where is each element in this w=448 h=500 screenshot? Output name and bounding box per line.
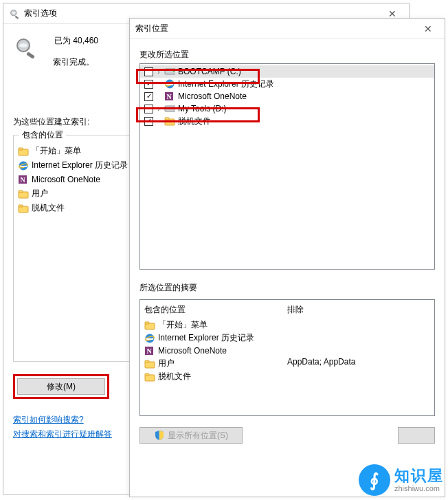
group-legend: 包含的位置 — [19, 129, 66, 141]
watermark-url: zhishiwu.com — [394, 484, 444, 492]
show-all-locations-button[interactable]: 显示所有位置(S) — [139, 427, 243, 444]
window-title-front: 索引位置 — [135, 23, 168, 34]
summary-label: 「开始」菜单 — [158, 319, 208, 331]
summary-item[interactable]: 「开始」菜单 — [144, 318, 287, 331]
index-locations-window: 索引位置 ✕ 更改所选位置 ›BOOTCAMP (C:)Internet Exp… — [129, 18, 445, 497]
summary-item[interactable]: 用户 — [144, 357, 287, 370]
folder-icon — [144, 371, 155, 382]
show-all-label: 显示所有位置(S) — [168, 430, 228, 442]
summary-label: 脱机文件 — [158, 371, 191, 382]
summary-excluded — [287, 331, 430, 343]
checkbox[interactable] — [144, 67, 153, 76]
folder-icon — [164, 116, 175, 127]
col-excluded-header: 排除 — [287, 303, 430, 318]
location-label: 用户 — [32, 188, 48, 199]
shield-icon — [154, 430, 165, 441]
expander-icon[interactable]: › — [155, 68, 163, 76]
truncated-button[interactable] — [398, 427, 435, 444]
window-title: 索引选项 — [24, 8, 57, 19]
location-label: Microsoft OneNote — [32, 175, 100, 184]
onenote-icon — [144, 345, 155, 356]
checkbox[interactable] — [144, 117, 153, 126]
tree-label: Microsoft OneNote — [178, 91, 247, 101]
summary-excluded — [287, 368, 430, 380]
locations-tree[interactable]: ›BOOTCAMP (C:)Internet Explorer 历史记录Micr… — [139, 63, 435, 270]
onenote-icon — [164, 91, 175, 102]
tree-row[interactable]: Internet Explorer 历史记录 — [140, 78, 434, 90]
summary-excluded: AppData; AppData — [287, 356, 430, 368]
folder-icon — [18, 146, 29, 157]
tree-row[interactable]: ›My Tools (D:) — [140, 102, 434, 115]
watermark-title: 知识屋 — [394, 468, 444, 484]
summary-label: 所选位置的摘要 — [139, 282, 435, 294]
checkbox[interactable] — [144, 105, 153, 113]
indexed-count: 已为 40,460 — [54, 35, 98, 47]
ie-icon — [144, 333, 155, 344]
summary-label: Microsoft OneNote — [158, 346, 227, 356]
tree-label: BOOTCAMP (C:) — [178, 67, 241, 76]
close-button-front[interactable]: ✕ — [414, 19, 442, 39]
watermark-icon: ∮ — [359, 464, 390, 496]
folder-icon — [144, 320, 155, 331]
tree-row[interactable]: Microsoft OneNote — [140, 90, 434, 102]
titlebar-front: 索引位置 ✕ — [130, 19, 445, 39]
onenote-icon — [18, 174, 29, 185]
checkbox[interactable] — [144, 92, 153, 101]
app-icon — [9, 8, 20, 19]
tree-label: Internet Explorer 历史记录 — [178, 78, 274, 90]
drive-icon — [164, 103, 175, 114]
index-status: 索引完成。 — [53, 56, 98, 68]
location-label: Internet Explorer 历史记录 — [32, 160, 128, 171]
tree-label: 脱机文件 — [178, 116, 211, 127]
col-included-header: 包含的位置 — [144, 303, 287, 318]
expander-icon[interactable]: › — [155, 105, 163, 113]
summary-label: 用户 — [158, 358, 175, 369]
tree-row[interactable]: ›BOOTCAMP (C:) — [140, 65, 434, 78]
folder-icon — [18, 188, 29, 199]
location-label: 脱机文件 — [32, 202, 65, 214]
tree-label: My Tools (D:) — [178, 104, 226, 113]
drive-icon — [164, 66, 175, 77]
summary-item[interactable]: Microsoft OneNote — [144, 345, 287, 357]
watermark: ∮ 知识屋 zhishiwu.com — [359, 464, 444, 496]
modify-button[interactable]: 修改(M) — [17, 378, 105, 395]
checkbox[interactable] — [144, 80, 153, 89]
magnifier-icon — [13, 35, 43, 61]
folder-icon — [144, 358, 155, 369]
ie-icon — [164, 78, 175, 89]
summary-excluded — [287, 343, 430, 356]
location-label: 「开始」菜单 — [32, 145, 81, 157]
ie-icon — [18, 160, 29, 171]
summary-label: Internet Explorer 历史记录 — [158, 332, 254, 344]
summary-item[interactable]: Internet Explorer 历史记录 — [144, 331, 287, 345]
summary-item[interactable]: 脱机文件 — [144, 370, 287, 383]
change-locations-label: 更改所选位置 — [139, 49, 435, 61]
summary-box: 包含的位置 「开始」菜单Internet Explorer 历史记录Micros… — [139, 299, 435, 416]
tree-row[interactable]: 脱机文件 — [140, 115, 434, 127]
folder-icon — [18, 203, 29, 214]
summary-excluded — [287, 318, 430, 331]
